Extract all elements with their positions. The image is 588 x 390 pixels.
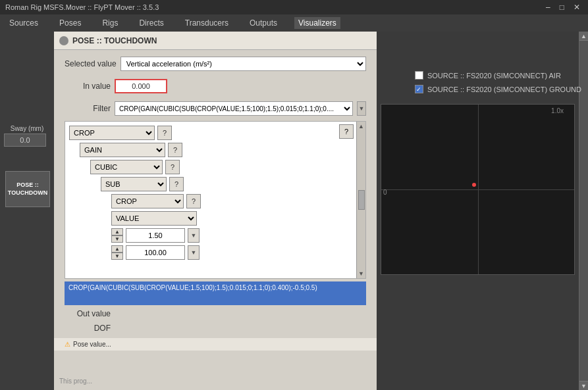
in-value-label: In value [65, 82, 111, 91]
menu-visualizers[interactable]: Visualizers [294, 17, 340, 29]
in-value-input[interactable] [115, 79, 167, 93]
checkbox-air[interactable] [415, 71, 423, 80]
pose-box-line2: TOUCHDOWN [8, 189, 47, 197]
maximize-button[interactable]: □ [557, 3, 567, 12]
menu-transducers[interactable]: Transducers [181, 17, 232, 29]
graph-area: 0 1.0x [381, 104, 575, 275]
menu-poses[interactable]: Poses [55, 17, 85, 29]
out-dof-area: Out value DOF [54, 305, 377, 333]
sway-input[interactable] [4, 134, 46, 147]
node-select-value[interactable]: VALUE [111, 211, 197, 226]
graph-red-dot [472, 183, 476, 187]
title-bar: Roman Rig MSFS.Mover :: FlyPT Mover :: 3… [0, 0, 588, 14]
filter-label: Filter [65, 104, 111, 113]
input-1-dropdown[interactable]: ▼ [188, 228, 200, 243]
filter-row: Filter CROP(GAIN(CUBIC(SUB(CROP(VALUE;1.… [54, 99, 377, 116]
pose-box[interactable]: POSE :: TOUCHDOWN [5, 171, 50, 207]
right-panel: ▲ ▼ SOURCE :: FS2020 (SIMCONNECT) AIR ✓ … [371, 32, 588, 390]
filter-select[interactable]: CROP(GAIN(CUBIC(SUB(CROP(VALUE;1.5;100);… [115, 101, 353, 116]
tree-node-sub: SUB ? [101, 177, 355, 191]
window-controls: – □ ✕ [543, 3, 583, 12]
graph-v-line [478, 105, 479, 274]
checkbox-ground[interactable]: ✓ [415, 85, 423, 93]
node-q-crop-1[interactable]: ? [157, 126, 172, 140]
pose-header: POSE :: TOUCHDOWN [54, 32, 377, 50]
close-button[interactable]: ✕ [571, 3, 583, 12]
scroll-up-btn[interactable]: ▲ [579, 32, 588, 41]
node-select-crop-5[interactable]: CROP [111, 194, 184, 208]
filter-tree-box: ? CROP ? GAIN ? CUBIC ? SUB ? [65, 121, 366, 279]
dof-label: DOF [65, 324, 111, 333]
input-2-dropdown[interactable]: ▼ [188, 245, 200, 260]
formula-text: CROP(GAIN(CUBIC(SUB(CROP(VALUE;1.5;100);… [68, 284, 317, 291]
selected-value-row: Selected value Vertical acceleration (m/… [54, 50, 377, 71]
warning-row: ⚠ Pose value... [54, 338, 377, 351]
vscroll-up[interactable]: ▲ [358, 123, 364, 130]
spin-up-2[interactable]: ▲ [111, 245, 123, 253]
menu-outputs[interactable]: Outputs [246, 17, 281, 29]
scroll-down-btn[interactable]: ▼ [579, 381, 588, 390]
node-input-1[interactable] [126, 228, 185, 243]
node-q-gain[interactable]: ? [168, 143, 182, 157]
node-select-gain[interactable]: GAIN [80, 143, 165, 157]
selected-value-select[interactable]: Vertical acceleration (m/s²) [120, 57, 366, 71]
tree-node-value: VALUE [111, 211, 355, 226]
out-value-label: Out value [65, 309, 111, 318]
vscroll-thumb[interactable] [358, 190, 365, 210]
checkbox-row-ground: ✓ SOURCE :: FS2020 (SIMCONNECT) GROUND [415, 85, 581, 93]
graph-label-1x: 1.0x [551, 107, 564, 114]
sway-label: Sway (mm) [4, 125, 50, 132]
app-title: Roman Rig MSFS.Mover :: FlyPT Mover :: 3… [5, 3, 159, 11]
node-input-2[interactable] [126, 245, 185, 260]
out-value-row: Out value [65, 309, 366, 318]
formula-box: CROP(GAIN(CUBIC(SUB(CROP(VALUE;1.5;100);… [65, 281, 366, 305]
node-select-cubic[interactable]: CUBIC [90, 160, 163, 174]
menu-rigs[interactable]: Rigs [98, 17, 122, 29]
sway-section: Sway (mm) [4, 125, 50, 147]
node-select-crop-1[interactable]: CROP [69, 126, 155, 140]
filter-scroll-btn[interactable]: ▼ [357, 101, 366, 116]
vscroll-down[interactable]: ▼ [358, 270, 364, 277]
pose-title: POSE :: TOUCHDOWN [72, 36, 157, 45]
source-checkboxes: SOURCE :: FS2020 (SIMCONNECT) AIR ✓ SOUR… [415, 71, 581, 93]
spin-group-2: ▲ ▼ [111, 245, 123, 260]
tree-vscroll[interactable]: ▲ ▼ [356, 122, 365, 278]
menu-directs[interactable]: Directs [135, 17, 167, 29]
in-value-row: In value [54, 76, 377, 93]
spin-down-2[interactable]: ▼ [111, 253, 123, 260]
left-sidebar [0, 32, 54, 390]
status-text: This prog... [59, 378, 92, 385]
tree-node-input-2: ▲ ▼ ▼ [111, 245, 355, 260]
selected-value-label: Selected value [65, 59, 117, 68]
checkbox-air-label: SOURCE :: FS2020 (SIMCONNECT) AIR [427, 72, 561, 80]
node-select-sub[interactable]: SUB [101, 177, 167, 191]
tree-node-crop-5: CROP ? [111, 194, 355, 208]
menu-sources[interactable]: Sources [5, 17, 42, 29]
tree-node-cubic: CUBIC ? [90, 160, 355, 174]
tree-node-gain: GAIN ? [80, 143, 355, 157]
node-q-cubic[interactable]: ? [165, 160, 180, 174]
tree-node-crop-1: CROP ? [69, 126, 355, 140]
minimize-button[interactable]: – [543, 3, 553, 12]
graph-label-zero: 0 [383, 189, 387, 196]
spin-up-1[interactable]: ▲ [111, 228, 123, 235]
tree-node-input-1: ▲ ▼ ▼ [111, 228, 355, 243]
dof-row: DOF [65, 324, 366, 333]
checkbox-ground-label: SOURCE :: FS2020 (SIMCONNECT) GROUND [427, 85, 581, 93]
warning-text: Pose value... [73, 341, 111, 348]
spin-down-1[interactable]: ▼ [111, 235, 123, 243]
node-q-sub[interactable]: ? [169, 177, 184, 191]
node-q-crop-5[interactable]: ? [186, 194, 201, 208]
main-panel: POSE :: TOUCHDOWN Selected value Vertica… [54, 32, 377, 390]
warning-icon: ⚠ [65, 341, 70, 348]
help-btn[interactable]: ? [339, 124, 354, 139]
pose-box-line1: POSE :: [16, 182, 39, 189]
checkbox-row-air: SOURCE :: FS2020 (SIMCONNECT) AIR [415, 71, 581, 80]
menu-bar: Sources Poses Rigs Directs Transducers O… [0, 14, 588, 32]
pose-icon [59, 36, 68, 45]
spin-group-1: ▲ ▼ [111, 228, 123, 243]
